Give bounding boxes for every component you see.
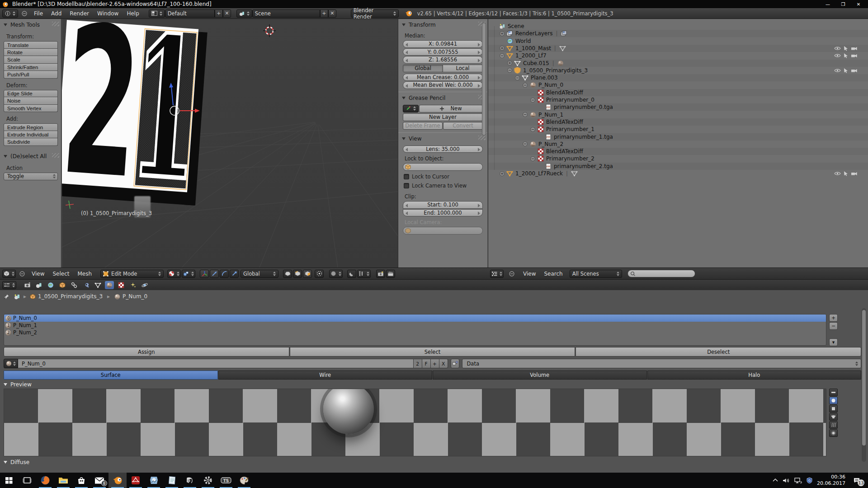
screen-layout-field[interactable]: Default	[165, 9, 215, 18]
browse-material-button[interactable]	[4, 359, 18, 368]
maximize-button[interactable]: ❐	[835, 0, 851, 8]
outliner-item-label[interactable]: Primarynumber_1	[546, 126, 594, 132]
menu-window[interactable]: Window	[93, 10, 123, 17]
taskbar-photos-icon[interactable]	[145, 473, 163, 488]
delete-layout-button[interactable]: ✕	[223, 9, 231, 18]
properties-tab-particles[interactable]	[128, 281, 137, 289]
grease-pencil-draw-select[interactable]	[403, 105, 419, 113]
outliner-row-1-2000-lf7[interactable]: −1_2000_Lf7	[488, 52, 868, 59]
preview-monkey-button[interactable]	[829, 413, 838, 421]
outliner-item-label[interactable]: BlendATexDiff	[546, 119, 583, 125]
outliner-row-1-2000-lf7rueck[interactable]: +1_2000_Lf7Rueck|	[488, 170, 868, 177]
manipulator-rotate-button[interactable]	[220, 270, 229, 278]
properties-tab-modifiers[interactable]	[81, 281, 90, 289]
collapse-menus-icon[interactable]	[509, 271, 514, 277]
deselect-all-panel-header[interactable]: (De)select All	[0, 150, 61, 161]
material-type-halo[interactable]: Halo	[647, 371, 862, 380]
taskbar-acrobat-icon[interactable]	[127, 473, 145, 488]
material-name-field[interactable]: P_Num_0	[18, 359, 414, 368]
unlink-material-button[interactable]: X	[439, 359, 448, 368]
taskbar-notepad-icon[interactable]	[163, 473, 181, 488]
outliner-item-label[interactable]: primarynumber_0.tga	[554, 104, 613, 110]
outliner-item-label[interactable]: Plane.003	[531, 75, 558, 81]
selectable-pointer-icon[interactable]	[843, 53, 849, 58]
outliner-row-plane-003[interactable]: −Plane.003	[488, 74, 868, 81]
outliner-item-label[interactable]: 1_0500_Primarydigits_3	[523, 67, 588, 74]
preview-panel-header[interactable]: Preview	[4, 381, 32, 388]
outliner-row-primarynumber-0-tga[interactable]: primarynumber_0.tga	[488, 103, 868, 111]
outliner-item-label[interactable]: Cube.015	[523, 60, 549, 66]
menu-add[interactable]: Add	[47, 10, 66, 17]
outliner-row-blendatexdiff[interactable]: BlendATexDiff	[488, 148, 868, 155]
convert-button[interactable]: Convert	[443, 122, 483, 130]
outliner-row-primarynumber-0[interactable]: −Primarynumber_0	[488, 96, 868, 103]
add-layout-button[interactable]: +	[215, 9, 223, 18]
lock-to-object-field[interactable]	[403, 163, 483, 171]
menu-help[interactable]: Help	[123, 10, 143, 17]
taskbar-paint-icon[interactable]	[235, 473, 253, 488]
material-link-select[interactable]: Data	[462, 359, 862, 368]
outliner-row-1-1000-mast[interactable]: +1_1000_Mast|	[488, 45, 868, 52]
tray-volume-icon[interactable]	[783, 478, 790, 483]
outliner-row-p-num-0[interactable]: −P_Num_0	[488, 81, 868, 89]
visibility-eye-icon[interactable]	[834, 68, 841, 73]
mode-select[interactable]: Edit Mode	[100, 270, 164, 278]
menu-render[interactable]: Render	[66, 10, 93, 17]
renderable-camera-icon[interactable]	[851, 53, 858, 58]
outliner-row-blendatexdiff[interactable]: BlendATexDiff	[488, 89, 868, 96]
collapse-icon[interactable]: −	[530, 127, 535, 132]
editor-type-outliner-button[interactable]	[490, 270, 504, 278]
renderable-camera-icon[interactable]	[851, 171, 858, 176]
local-camera-field[interactable]	[403, 227, 483, 235]
outliner-row-1-0500-primarydigits-3[interactable]: −1_0500_Primarydigits_3	[488, 67, 868, 74]
outliner-row-p-num-1[interactable]: −P_Num_1	[488, 111, 868, 118]
properties-tab-data[interactable]	[93, 281, 102, 289]
taskbar-task-view-button[interactable]	[18, 473, 36, 488]
outliner-item-label[interactable]: primarynumber_1.tga	[554, 134, 613, 140]
menu-file[interactable]: File	[30, 10, 47, 17]
visibility-eye-icon[interactable]	[834, 53, 841, 58]
outliner-item-label[interactable]: 1_2000_Lf7	[515, 52, 547, 59]
limit-to-visible-button[interactable]	[315, 270, 324, 278]
delete-scene-button[interactable]: ✕	[328, 9, 336, 18]
mean-bevel-weight-field[interactable]: Mean Bevel Wei: 0.000	[403, 81, 483, 89]
selectable-pointer-icon[interactable]	[843, 46, 849, 51]
view3d-menu-view[interactable]: View	[28, 271, 48, 277]
fake-user-button[interactable]: F	[422, 359, 431, 368]
lens-field[interactable]: Lens: 35.000	[403, 145, 483, 153]
opengl-render-image-button[interactable]	[376, 270, 385, 278]
snap-element-select[interactable]	[357, 270, 371, 278]
view3d-menu-select[interactable]: Select	[48, 271, 73, 277]
material-type-volume[interactable]: Volume	[433, 371, 647, 380]
new-material-button[interactable]: +	[431, 359, 439, 368]
expand-icon[interactable]: +	[500, 31, 505, 36]
outliner-row-renderlayers[interactable]: +RenderLayers|	[488, 30, 868, 37]
screen-layout-icon-button[interactable]	[149, 9, 165, 18]
outliner-search-menu[interactable]: Search	[540, 271, 566, 277]
scene-icon-button[interactable]	[236, 9, 252, 18]
transform-orientation-select[interactable]: Global	[241, 270, 278, 278]
breadcrumb-material[interactable]: P_Num_0	[123, 293, 147, 300]
collapse-icon[interactable]: −	[523, 83, 528, 88]
collapse-icon[interactable]: −	[515, 75, 520, 80]
grease-pencil-panel-header[interactable]: Grease Pencil	[398, 92, 487, 103]
properties-tab-physics[interactable]	[140, 281, 149, 289]
action-center-button[interactable]: 13	[850, 474, 863, 487]
tool-button-noise[interactable]: Noise	[4, 97, 58, 105]
taskbar-mail-icon[interactable]: 8	[90, 473, 108, 488]
n-panel-scrollbar[interactable]	[482, 23, 486, 136]
properties-tab-world[interactable]	[46, 281, 55, 289]
outliner-item-label[interactable]: RenderLayers	[515, 30, 552, 37]
tool-button-push-pull[interactable]: Push/Pull	[4, 71, 58, 79]
preview-sphere-button[interactable]	[829, 397, 838, 404]
outliner-item-label[interactable]: P_Num_2	[538, 141, 563, 147]
collapse-icon[interactable]: −	[523, 141, 528, 146]
add-scene-button[interactable]: +	[320, 9, 328, 18]
properties-tab-texture[interactable]	[117, 281, 126, 289]
vertex-select-mode-button[interactable]	[283, 270, 292, 278]
expand-icon[interactable]: +	[500, 46, 505, 51]
clip-end-field[interactable]: End: 1000.000	[403, 209, 483, 217]
manipulator-toggle-button[interactable]	[200, 270, 209, 278]
editor-type-properties-button[interactable]	[2, 281, 16, 289]
mean-crease-field[interactable]: Mean Crease: 0.000	[403, 74, 483, 81]
